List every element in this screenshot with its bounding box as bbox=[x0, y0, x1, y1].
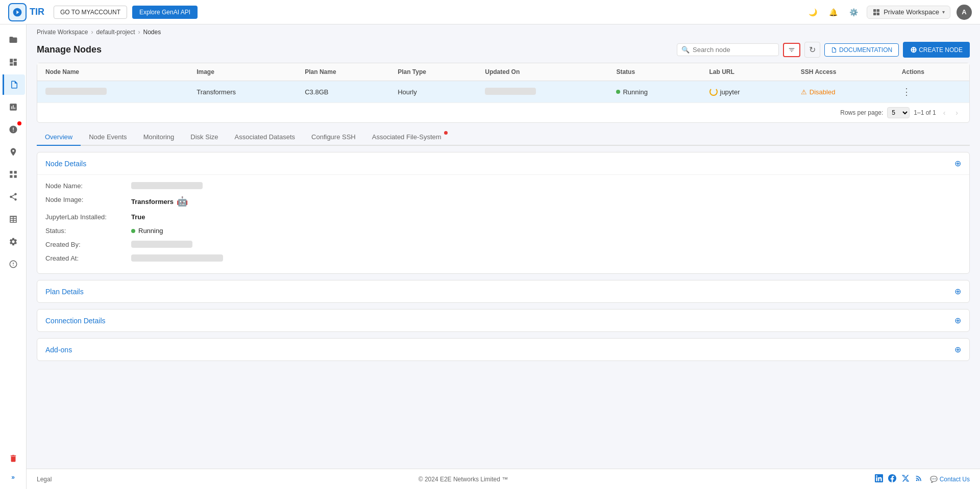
plan-details-expand-icon: ⊕ bbox=[954, 287, 961, 296]
refresh-icon: ↻ bbox=[809, 45, 816, 54]
go-to-myaccount-button[interactable]: GO TO MYACCOUNT bbox=[54, 6, 127, 19]
node-name-blurred bbox=[131, 182, 203, 189]
tab-monitoring[interactable]: Monitoring bbox=[135, 129, 183, 146]
node-details-expand-icon: ⊕ bbox=[954, 159, 961, 168]
twitter-icon[interactable] bbox=[901, 474, 910, 484]
node-name-label: Node Name: bbox=[45, 182, 127, 190]
connection-details-header[interactable]: Connection Details ⊕ bbox=[37, 310, 969, 331]
filter-button[interactable] bbox=[783, 43, 800, 57]
sidebar-item-share[interactable] bbox=[3, 187, 23, 207]
logo-text: TIR bbox=[30, 7, 44, 17]
created-by-display bbox=[131, 241, 192, 248]
node-image-text: Transformers bbox=[131, 198, 174, 205]
rss-icon[interactable] bbox=[915, 474, 923, 484]
footer-legal[interactable]: Legal bbox=[37, 476, 52, 483]
node-details-header[interactable]: Node Details ⊕ bbox=[37, 152, 969, 174]
plus-icon: ⊕ bbox=[910, 45, 917, 55]
field-row-node-name: Node Name: bbox=[45, 179, 961, 193]
notifications-button[interactable] bbox=[826, 5, 840, 19]
avatar[interactable]: A bbox=[957, 5, 972, 20]
field-row-created-at: Created At: bbox=[45, 251, 961, 265]
rows-per-page-select[interactable]: 5 10 25 bbox=[887, 107, 910, 118]
sidebar-expand-button[interactable]: » bbox=[3, 470, 23, 485]
top-navigation: TIR GO TO MYACCOUNT Explore GenAI API Pr… bbox=[0, 0, 980, 24]
breadcrumb-workspace[interactable]: Private Workspace bbox=[37, 29, 88, 36]
breadcrumb-project[interactable]: default-project bbox=[96, 29, 135, 36]
col-plan-type: Plan Type bbox=[389, 63, 477, 81]
footer-right: 💬 Contact Us bbox=[875, 474, 970, 484]
status-running: Running bbox=[616, 88, 693, 96]
share-icon bbox=[9, 192, 18, 201]
config-icon bbox=[9, 260, 18, 269]
addons-header[interactable]: Add-ons ⊕ bbox=[37, 339, 969, 361]
sidebar-item-folder[interactable] bbox=[3, 30, 23, 50]
explore-genai-api-button[interactable]: Explore GenAI API bbox=[132, 6, 198, 19]
table-row[interactable]: Transformers C3.8GB Hourly Running bbox=[37, 81, 969, 103]
tab-associated-filesystem[interactable]: Associated File-System bbox=[364, 129, 450, 146]
created-at-display bbox=[131, 254, 223, 262]
status-dot-detail bbox=[131, 229, 135, 233]
contact-us-link[interactable]: 💬 Contact Us bbox=[930, 476, 970, 483]
analytics-icon bbox=[9, 102, 18, 112]
sidebar-item-grid[interactable] bbox=[3, 164, 23, 185]
more-actions-button[interactable]: ⋮ bbox=[902, 86, 911, 97]
node-image-emoji: 🤖 bbox=[177, 196, 188, 207]
svg-rect-1 bbox=[877, 9, 879, 12]
linkedin-icon[interactable] bbox=[875, 474, 883, 484]
field-row-node-image: Node Image: Transformers 🤖 bbox=[45, 193, 961, 210]
tab-disk-size[interactable]: Disk Size bbox=[182, 129, 226, 146]
sidebar-item-settings[interactable] bbox=[3, 231, 23, 252]
folder-icon bbox=[9, 35, 18, 44]
next-page-button[interactable]: › bbox=[952, 108, 961, 118]
tabs-bar: Overview Node Events Monitoring Disk Siz… bbox=[37, 129, 970, 146]
svg-rect-2 bbox=[873, 12, 876, 15]
tab-configure-ssh[interactable]: Configure SSH bbox=[303, 129, 364, 146]
facebook-icon[interactable] bbox=[888, 474, 896, 484]
create-node-button[interactable]: ⊕ CREATE NODE bbox=[903, 42, 970, 58]
contact-icon: 💬 bbox=[930, 476, 938, 483]
node-image-label: Node Image: bbox=[45, 196, 127, 203]
sidebar-item-delete[interactable] bbox=[3, 448, 23, 469]
jupyterlab-value: True bbox=[131, 213, 145, 221]
workspace-selector[interactable]: Private Workspace bbox=[867, 6, 950, 19]
sidebar-item-nodes[interactable] bbox=[3, 74, 25, 95]
updated-on-value bbox=[485, 88, 536, 95]
page-title: Manage Nodes bbox=[37, 44, 102, 55]
jupyter-link[interactable]: jupyter bbox=[709, 88, 785, 96]
expand-icon: » bbox=[11, 474, 15, 481]
footer-copyright: © 2024 E2E Networks Limited ™ bbox=[419, 476, 508, 483]
tab-node-events[interactable]: Node Events bbox=[81, 129, 135, 146]
create-node-label: CREATE NODE bbox=[919, 46, 963, 54]
cell-plan-name: C3.8GB bbox=[297, 81, 389, 103]
refresh-button[interactable]: ↻ bbox=[804, 42, 820, 58]
status-label: Status: bbox=[45, 227, 127, 235]
addons-panel: Add-ons ⊕ bbox=[37, 338, 970, 361]
connection-details-panel: Connection Details ⊕ bbox=[37, 309, 970, 332]
sidebar-item-dashboard[interactable] bbox=[3, 52, 23, 72]
cell-node-name bbox=[37, 81, 188, 103]
social-links bbox=[875, 474, 923, 484]
search-input[interactable] bbox=[693, 46, 774, 54]
moon-icon bbox=[808, 8, 817, 17]
alert-badge bbox=[17, 121, 21, 125]
plan-details-header[interactable]: Plan Details ⊕ bbox=[37, 280, 969, 302]
prev-page-button[interactable]: ‹ bbox=[940, 108, 949, 118]
tab-overview[interactable]: Overview bbox=[37, 129, 81, 146]
settings-button[interactable] bbox=[846, 5, 861, 19]
node-name-value bbox=[45, 88, 107, 95]
doc-icon bbox=[831, 47, 837, 53]
sidebar-item-settings3[interactable] bbox=[3, 254, 23, 274]
svg-rect-3 bbox=[877, 12, 879, 15]
sidebar-item-analytics[interactable] bbox=[3, 97, 23, 117]
sidebar-item-table[interactable] bbox=[3, 209, 23, 229]
ssh-label: Disabled bbox=[810, 88, 836, 96]
dark-mode-button[interactable] bbox=[805, 5, 820, 19]
status-dot bbox=[616, 90, 620, 94]
tab-associated-datasets[interactable]: Associated Datasets bbox=[227, 129, 304, 146]
documentation-button[interactable]: DOCUMENTATION bbox=[824, 43, 899, 57]
sidebar: » bbox=[0, 24, 27, 489]
sidebar-item-network[interactable] bbox=[3, 142, 23, 162]
nodes-table: Node Name Image Plan Name Plan Type Upda… bbox=[37, 63, 969, 103]
logo-icon bbox=[8, 3, 27, 21]
sidebar-item-alert[interactable] bbox=[3, 119, 23, 140]
